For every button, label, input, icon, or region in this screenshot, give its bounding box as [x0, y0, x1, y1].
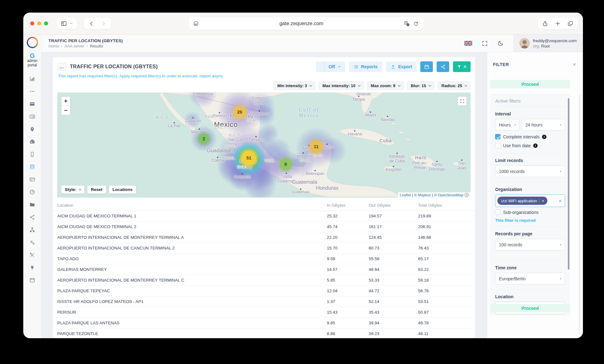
language-flag-button[interactable] — [464, 41, 472, 46]
translate-icon[interactable]: Aa — [404, 21, 410, 27]
schedule-button[interactable] — [420, 61, 433, 72]
back-icon[interactable] — [88, 20, 95, 27]
records-per-page-select[interactable]: 100 records▾ — [495, 239, 565, 250]
complete-intervals-checkbox[interactable] — [495, 134, 501, 139]
cell-in-gbytes: 15.43 — [327, 310, 369, 315]
report-title: TRAFFIC PER LOCATION (GBYTES) — [70, 64, 158, 70]
sidebar-item-gears[interactable] — [26, 236, 39, 249]
interval-value-select[interactable]: 24 hours▾ — [522, 119, 565, 131]
reports-button[interactable]: Reports — [349, 61, 382, 72]
sidebar-item-tools[interactable] — [26, 249, 39, 261]
share-icon[interactable] — [542, 20, 548, 27]
organization-clear-icon[interactable]: × — [559, 198, 562, 204]
sidebar-item-ellipsis[interactable] — [26, 85, 39, 98]
map-cluster-2[interactable]: 2 — [199, 133, 209, 144]
sidebar-item-wallet[interactable] — [26, 98, 39, 110]
map-cluster-8[interactable]: 8 — [280, 158, 292, 170]
proceed-button-top[interactable]: Proceed — [490, 80, 570, 88]
blur-dropdown[interactable]: Blur: 15 — [407, 81, 434, 90]
new-tab-icon[interactable] — [555, 20, 561, 27]
limit-records-select[interactable]: 1000 records▾ — [495, 165, 565, 177]
sidebar-item-id-card[interactable] — [26, 110, 39, 123]
sub-organizations-checkbox[interactable] — [495, 210, 501, 215]
organization-tag-remove-icon[interactable]: × — [542, 199, 544, 203]
proceed-button-bottom[interactable]: Proceed — [490, 304, 570, 312]
breadcrumb-aaa-server[interactable]: AAA server — [64, 44, 84, 48]
share-report-button[interactable] — [437, 61, 449, 72]
dark-mode-button[interactable] — [497, 40, 504, 47]
filter-panel: FILTER × Proceed Active filters Interval… — [487, 52, 583, 338]
cell-in-gbytes: 45.74 — [327, 224, 369, 229]
sidebar-item-folder[interactable] — [26, 199, 39, 211]
user-menu[interactable]: freddy@zequenze.com org: Root — [513, 35, 583, 52]
fullscreen-button[interactable] — [482, 40, 488, 47]
active-filters-scrollbar[interactable] — [568, 98, 569, 270]
map-cluster-11[interactable]: 11 — [310, 140, 322, 153]
heatmap[interactable]: ChihuahuaCorpus ChristiTampaOrlandoMatam… — [57, 92, 471, 198]
complete-intervals-info-icon[interactable]: i — [542, 135, 546, 139]
close-window-button[interactable] — [30, 21, 34, 25]
radius-dropdown[interactable]: Radius: 25 — [438, 81, 471, 90]
required-filter-notice[interactable]: This report has required filter(s). Appl… — [58, 74, 471, 78]
min-intensity-dropdown[interactable]: Min intensity: 3 — [273, 81, 316, 90]
desktop-background: gate.zequenze.com Aa TRAFFIC PER LOCATIO… — [0, 0, 604, 364]
use-from-date-checkbox[interactable] — [495, 143, 501, 148]
maximize-window-button[interactable] — [44, 21, 48, 25]
map-fullscreen-button[interactable] — [457, 96, 467, 106]
sidebar-item-map-pin[interactable] — [26, 123, 39, 136]
user-org-label: org: — [533, 44, 540, 48]
use-from-date-info-icon[interactable]: i — [533, 143, 538, 148]
report-card: ... TRAFFIC PER LOCATION (GBYTES) Off — [53, 57, 475, 338]
sidebar-item-fax[interactable] — [26, 136, 39, 148]
sitemap-icon — [29, 227, 35, 233]
sidebar-item-mobile[interactable] — [26, 148, 39, 161]
attribution-help-icon[interactable]: ? — [465, 193, 469, 197]
breadcrumb-home[interactable]: Home — [48, 44, 59, 48]
sidebar-item-credit-card[interactable] — [26, 173, 39, 186]
cell-total-gbytes: 53.51 — [418, 299, 475, 304]
forward-icon[interactable] — [100, 20, 107, 27]
openstreetmap-link[interactable]: © OpenStreetMap — [434, 193, 463, 197]
address-bar[interactable]: gate.zequenze.com Aa — [189, 17, 423, 30]
export-button[interactable]: Export — [386, 61, 417, 72]
table-row: AEROPUERTO INTERNACIONAL DE MONTERREY TE… — [53, 232, 475, 243]
refresh-interval-dropdown[interactable]: Off — [325, 61, 345, 72]
organization-input[interactable]: izzi WiFi application × × — [495, 194, 565, 207]
sidebar-item-gauge[interactable] — [26, 186, 39, 199]
max-intensity-dropdown[interactable]: Max intensity: 10 — [319, 81, 364, 90]
map-style-dropdown[interactable]: Style: — [61, 185, 85, 194]
interval-unit-select[interactable]: Hours▾ — [495, 119, 520, 131]
clear-filter-button[interactable] — [453, 61, 471, 72]
reload-icon[interactable] — [413, 21, 419, 26]
leaflet-link[interactable]: Leaflet — [400, 193, 411, 197]
map-cluster-26[interactable]: 26 — [233, 106, 246, 118]
sidebar-item-plug[interactable] — [26, 261, 39, 274]
tab-overview-icon[interactable] — [567, 20, 573, 27]
time-zone-select[interactable]: Europe/Berlin▾ — [495, 273, 565, 284]
refresh-toggle-button[interactable] — [316, 61, 324, 72]
panel-scrollbar-track[interactable] — [579, 94, 580, 334]
company-logo[interactable] — [27, 37, 38, 48]
export-icon — [390, 64, 396, 70]
sidebar-item-share-nodes[interactable] — [26, 211, 39, 224]
map-locations-button[interactable]: Locations — [109, 185, 137, 194]
page-format-icon[interactable] — [193, 21, 199, 26]
minimize-window-button[interactable] — [37, 21, 41, 25]
filter-close-icon[interactable]: × — [573, 62, 576, 67]
sidebar-toggle-button[interactable] — [57, 18, 77, 29]
cell-in-gbytes: 9.59 — [327, 256, 369, 261]
map-cluster-51[interactable]: 51 — [242, 151, 256, 165]
mapbox-link[interactable]: © Mapbox — [414, 193, 431, 197]
sidebar-item-database[interactable] — [26, 161, 39, 173]
sidebar-item-sitemap[interactable] — [26, 224, 39, 236]
zoom-out-button[interactable]: − — [61, 106, 70, 115]
cell-out-gbytes: 39.94 — [369, 321, 418, 325]
cell-out-gbytes: 124.45 — [369, 235, 418, 240]
report-options-button[interactable]: ... — [57, 63, 66, 70]
sidebar-item-chart-bar[interactable] — [26, 73, 39, 85]
zoom-in-button[interactable]: + — [61, 97, 70, 106]
table-row: AEROPUERTO INTERNACIONAL DE CANCUN TERMI… — [53, 243, 475, 254]
map-reset-button[interactable]: Reset — [87, 185, 106, 194]
max-zoom-dropdown[interactable]: Max zoom: 9 — [367, 81, 404, 90]
sidebar-item-calendar[interactable] — [26, 274, 39, 287]
